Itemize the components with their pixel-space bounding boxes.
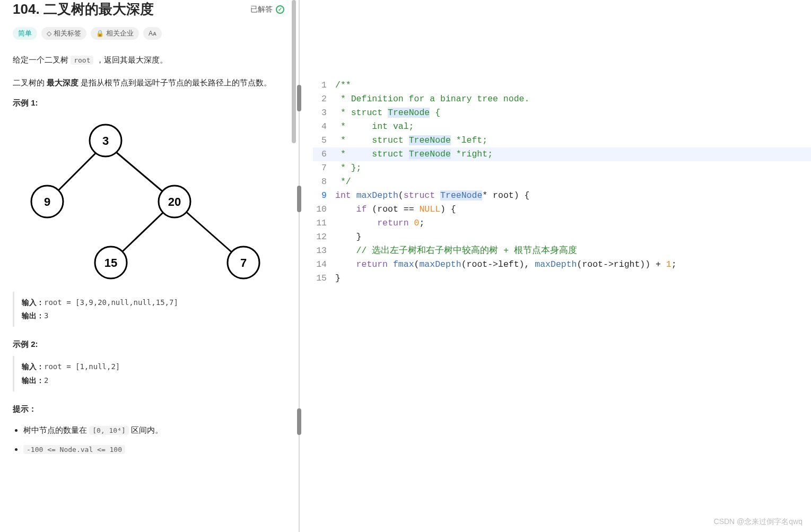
solved-status: 已解答 — [250, 5, 284, 14]
example-2-label: 示例 2: — [13, 339, 284, 350]
code-line[interactable]: 5 * struct TreeNode *left; — [313, 134, 811, 147]
code-content[interactable]: int maxDepth(struct TreeNode* root) { — [335, 189, 811, 203]
line-number: 12 — [313, 230, 335, 244]
tree-node-value: 20 — [168, 195, 181, 208]
code-line[interactable]: 10 if (root == NULL) { — [313, 203, 811, 216]
related-tags-button[interactable]: ◇ 相关标签 — [41, 27, 86, 40]
line-number: 5 — [313, 134, 335, 147]
code-editor-panel: 1/**2 * Definition for a binary tree nod… — [297, 0, 811, 532]
line-number: 3 — [313, 106, 335, 120]
code-content[interactable]: // 选出左子树和右子树中较高的树 + 根节点本身高度 — [335, 244, 811, 258]
hints-label: 提示： — [13, 404, 284, 414]
hint-item: -100 <= Node.val <= 100 — [23, 440, 284, 459]
line-number: 9 — [313, 189, 335, 203]
code-content[interactable]: } — [335, 272, 811, 285]
problem-title: 104. 二叉树的最大深度 — [13, 0, 154, 19]
code-content[interactable]: * struct TreeNode *left; — [335, 134, 811, 147]
problem-description-panel: 104. 二叉树的最大深度 已解答 简单 ◇ 相关标签 🔒 相关企业 Aᴀ 给定… — [0, 0, 297, 532]
line-number: 13 — [313, 244, 335, 258]
divider-handle-icon[interactable] — [297, 85, 301, 111]
code-content[interactable]: } — [335, 230, 811, 244]
companies-button[interactable]: 🔒 相关企业 — [91, 27, 139, 40]
code-line[interactable]: 8 */ — [313, 175, 811, 189]
code-content[interactable]: * struct TreeNode { — [335, 106, 811, 120]
font-size-button[interactable]: Aᴀ — [143, 27, 162, 40]
line-number: 10 — [313, 203, 335, 216]
code-content[interactable]: * int val; — [335, 120, 811, 134]
hints-list: 树中节点的数量在 [0, 10⁴] 区间内。 -100 <= Node.val … — [13, 421, 284, 459]
line-number: 11 — [313, 216, 335, 230]
line-number: 7 — [313, 161, 335, 175]
solved-label: 已解答 — [250, 5, 273, 14]
code-line[interactable]: 6 * struct TreeNode *right; — [313, 147, 811, 161]
divider-handle-icon[interactable] — [297, 408, 301, 435]
example-2-box: 输入：root = [1,null,2] 输出：2 — [13, 356, 284, 391]
code-editor[interactable]: 1/**2 * Definition for a binary tree nod… — [313, 79, 811, 285]
tree-diagram: 3 9 20 15 7 — [13, 117, 284, 283]
tree-node-value: 3 — [102, 134, 109, 147]
check-circle-icon — [276, 5, 284, 14]
tag-icon: ◇ — [47, 30, 51, 37]
line-number: 14 — [313, 258, 335, 272]
code-line[interactable]: 15} — [313, 272, 811, 285]
code-content[interactable]: if (root == NULL) { — [335, 203, 811, 216]
lock-icon: 🔒 — [96, 30, 104, 37]
inline-code: root — [71, 56, 93, 65]
description-line-1: 给定一个二叉树 root ，返回其最大深度。 — [13, 53, 284, 67]
line-number: 6 — [313, 147, 335, 161]
code-content[interactable]: /** — [335, 79, 811, 92]
code-content[interactable]: return 0; — [335, 216, 811, 230]
code-content[interactable]: * Definition for a binary tree node. — [335, 92, 811, 106]
watermark: CSDN @念来过倒字名qwq — [714, 517, 803, 527]
tree-node-value: 9 — [44, 195, 50, 208]
code-line[interactable]: 9int maxDepth(struct TreeNode* root) { — [313, 189, 811, 203]
divider-handle-icon[interactable] — [297, 186, 301, 212]
scrollbar-thumb[interactable] — [292, 0, 296, 143]
code-content[interactable]: return fmax(maxDepth(root->left), maxDep… — [335, 258, 811, 272]
difficulty-tag[interactable]: 简单 — [13, 27, 37, 40]
code-line[interactable]: 12 } — [313, 230, 811, 244]
code-line[interactable]: 13 // 选出左子树和右子树中较高的树 + 根节点本身高度 — [313, 244, 811, 258]
line-number: 15 — [313, 272, 335, 285]
code-line[interactable]: 2 * Definition for a binary tree node. — [313, 92, 811, 106]
tree-node-value: 15 — [104, 256, 117, 269]
code-line[interactable]: 3 * struct TreeNode { — [313, 106, 811, 120]
line-number: 2 — [313, 92, 335, 106]
code-line[interactable]: 4 * int val; — [313, 120, 811, 134]
code-line[interactable]: 1/** — [313, 79, 811, 92]
code-line[interactable]: 14 return fmax(maxDepth(root->left), max… — [313, 258, 811, 272]
hint-item: 树中节点的数量在 [0, 10⁴] 区间内。 — [23, 421, 284, 440]
code-content[interactable]: * }; — [335, 161, 811, 175]
code-line[interactable]: 11 return 0; — [313, 216, 811, 230]
line-number: 1 — [313, 79, 335, 92]
code-line[interactable]: 7 * }; — [313, 161, 811, 175]
description-line-2: 二叉树的 最大深度 是指从根节点到最远叶子节点的最长路径上的节点数。 — [13, 75, 284, 90]
line-number: 4 — [313, 120, 335, 134]
tree-node-value: 7 — [240, 256, 247, 269]
code-content[interactable]: * struct TreeNode *right; — [335, 147, 811, 161]
tags-row: 简单 ◇ 相关标签 🔒 相关企业 Aᴀ — [13, 27, 284, 40]
code-content[interactable]: */ — [335, 175, 811, 189]
example-1-label: 示例 1: — [13, 98, 284, 108]
example-1-box: 输入：root = [3,9,20,null,null,15,7] 输出：3 — [13, 292, 284, 327]
panel-divider[interactable] — [296, 0, 302, 532]
font-icon: Aᴀ — [149, 30, 156, 37]
line-number: 8 — [313, 175, 335, 189]
